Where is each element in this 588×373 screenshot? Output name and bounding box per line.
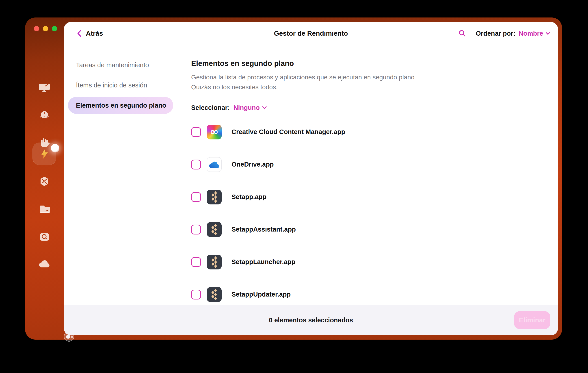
nav-item-label: Ítems de inicio de sesión: [76, 82, 147, 89]
notification-badge: [51, 144, 59, 152]
creative-cloud-icon: ∞: [210, 127, 219, 137]
content-heading: Elementos en segundo plano: [191, 59, 545, 68]
smart-scan-icon[interactable]: [38, 81, 51, 94]
app-checkbox[interactable]: [191, 127, 201, 137]
files-icon[interactable]: [38, 203, 51, 215]
background-items-list: ∞Creative Cloud Content Manager.appOneDr…: [191, 116, 545, 311]
app-label: SetappUpdater.app: [231, 291, 291, 298]
nav-item[interactable]: Elementos en segundo plano: [68, 97, 173, 114]
cloud-icon[interactable]: [38, 258, 51, 271]
app-checkbox[interactable]: [191, 192, 201, 202]
app-checkbox[interactable]: [191, 257, 201, 267]
nav-item-label: Tareas de mantenimiento: [76, 61, 149, 69]
app-label: SetappLauncher.app: [231, 258, 295, 266]
setapp-icon: [207, 255, 222, 269]
select-value: Ninguno: [233, 104, 260, 111]
delete-button[interactable]: Eliminar: [514, 311, 550, 329]
app-label: Setapp.app: [231, 193, 266, 201]
setapp-icon: [207, 222, 222, 237]
onedrive-app-icon: [207, 157, 222, 172]
sort-by-control[interactable]: Ordenar por: Nombre: [476, 30, 550, 37]
app-row: ∞Creative Cloud Content Manager.app: [191, 116, 545, 148]
main-content: Elementos en segundo plano Gestiona la l…: [178, 45, 558, 305]
nav-item[interactable]: Ítems de inicio de sesión: [68, 77, 173, 94]
setapp-app-icon: [207, 287, 222, 302]
space-lens-icon[interactable]: [38, 231, 51, 243]
app-label: SetappAssistant.app: [231, 226, 296, 233]
chevron-down-icon: [546, 32, 550, 35]
avatar-dot-large: [66, 335, 70, 339]
setapp-app-icon: [207, 190, 222, 204]
minimize-button[interactable]: [43, 26, 48, 31]
selection-status: 0 elementos seleccionados: [269, 317, 353, 324]
app-row: Setapp.app: [191, 181, 545, 213]
chevron-down-icon: [262, 106, 267, 109]
applications-icon[interactable]: [38, 175, 51, 188]
header-bar: Atrás Gestor de Rendimiento Ordenar por:…: [64, 22, 558, 45]
app-checkbox[interactable]: [191, 160, 201, 170]
content-card: Atrás Gestor de Rendimiento Ordenar por:…: [64, 22, 558, 335]
section-nav: Tareas de mantenimientoÍtems de inicio d…: [64, 45, 178, 305]
description-line: Gestiona la lista de procesos y aplicaci…: [191, 72, 545, 82]
sort-by-label: Ordenar por:: [476, 30, 515, 37]
app-label: Creative Cloud Content Manager.app: [231, 128, 345, 136]
nav-item[interactable]: Tareas de mantenimiento: [68, 56, 173, 74]
content-description: Gestiona la lista de procesos y aplicaci…: [191, 72, 545, 92]
close-button[interactable]: [34, 26, 39, 31]
nav-item-label: Elementos en segundo plano: [76, 102, 166, 109]
avatar-dot-small: [71, 336, 73, 338]
app-label: OneDrive.app: [231, 161, 274, 168]
onedrive-icon: [208, 160, 220, 170]
app-row: OneDrive.app: [191, 148, 545, 181]
app-row: SetappLauncher.app: [191, 246, 545, 278]
select-control[interactable]: Seleccionar: Ninguno: [191, 103, 545, 112]
app-row: SetappAssistant.app: [191, 213, 545, 246]
creative-cloud-app-icon: ∞: [207, 125, 222, 139]
app-checkbox[interactable]: [191, 225, 201, 234]
setapp-icon: [207, 287, 222, 302]
sort-by-value: Nombre: [519, 30, 543, 37]
setapp-app-icon: [207, 255, 222, 269]
select-label: Seleccionar:: [191, 104, 230, 111]
cleanup-icon[interactable]: [38, 109, 51, 122]
search-icon[interactable]: [458, 29, 466, 37]
setapp-icon: [207, 190, 222, 204]
app-window: Atrás Gestor de Rendimiento Ordenar por:…: [25, 18, 562, 340]
app-checkbox[interactable]: [191, 290, 201, 299]
footer-bar: 0 elementos seleccionados Eliminar: [64, 305, 558, 335]
description-line: Quizás no los necesites todos.: [191, 82, 545, 92]
setapp-app-icon: [207, 222, 222, 237]
speed-icon[interactable]: [32, 143, 56, 165]
zoom-button[interactable]: [52, 26, 57, 31]
